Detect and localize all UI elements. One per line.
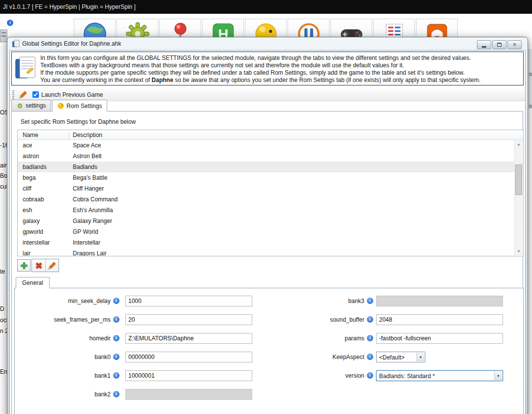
field-label: KeepAspect [280, 354, 364, 360]
maximize-icon [497, 43, 502, 47]
info-icon[interactable]: i [113, 316, 119, 323]
rom-settings-pane: Set specific Rom Settings for Daphne bel… [11, 111, 523, 414]
params-input[interactable] [376, 333, 503, 344]
plus-icon [20, 261, 29, 270]
info-icon[interactable]: i [113, 354, 119, 360]
row-action-buttons [31, 259, 59, 272]
window-controls: × [477, 40, 522, 49]
tab-settings[interactable]: settings [11, 100, 51, 111]
bank2-input[interactable] [125, 389, 252, 400]
tab-rom-settings-label: Rom Settings [66, 103, 102, 110]
field-label: bank2 [15, 391, 111, 398]
bg-text-fragment: En [0, 368, 7, 375]
table-row[interactable]: astronAstron Belt [18, 151, 523, 162]
dialog-title: Global Settings Editor for Daphne.ahk [22, 40, 121, 47]
table-row[interactable]: lairDragons Lair [18, 248, 523, 256]
background-titlebar: JI v1.0.1.7 [ FE = HyperSpin | Plugin = … [0, 0, 532, 14]
settings-tabs: settings Rom Settings [11, 100, 108, 111]
info-icon[interactable]: i [367, 372, 373, 379]
info-line-1: In this form you can configure all the G… [40, 55, 520, 62]
scroll-up-icon[interactable]: ▲ [515, 140, 523, 148]
info-line-3: If the module supports per game specific… [40, 69, 520, 77]
info-icon[interactable]: i [113, 298, 119, 304]
bg-text-fragment: te [0, 268, 5, 275]
field-label: seek_frames_per_ms [15, 316, 111, 323]
field-label: version [280, 372, 364, 379]
general-settings-pane: min_seek_delay i seek_frames_per_ms i ho… [14, 288, 524, 414]
table-row[interactable]: cliffCliff Hanger [18, 183, 523, 194]
rom-settings-heading: Set specific Rom Settings for Daphne bel… [21, 118, 136, 125]
min_seek_delay-input[interactable] [125, 296, 252, 306]
context-system-name: Daphne [151, 77, 173, 83]
info-text: In this form you can configure all the G… [40, 55, 520, 84]
bg-text-fragment: Bo [0, 172, 7, 179]
info-icon[interactable]: i [113, 372, 119, 379]
info-icon[interactable]: i [367, 354, 373, 360]
toolbar-gripper[interactable] [12, 90, 14, 99]
table-row[interactable]: aceSpace Ace [18, 140, 523, 151]
dialog-titlebar[interactable]: Global Settings Editor for Daphne.ahk × [7, 37, 528, 50]
tab-rom-settings[interactable]: Rom Settings [52, 100, 107, 111]
close-button[interactable]: × [507, 40, 522, 49]
info-panel: In this form you can configure all the G… [11, 52, 524, 85]
printer-icon [0, 29, 7, 42]
info-icon[interactable]: i [367, 316, 373, 323]
delete-x-icon [34, 261, 43, 270]
gear-icon [17, 103, 23, 109]
launch-previous-game-label: Launch Previous Game [41, 91, 103, 98]
rom-table: Name Description aceSpace Ace astronAstr… [17, 130, 524, 256]
table-row[interactable]: galaxyGalaxy Ranger [18, 216, 523, 226]
launch-previous-game-checkbox[interactable] [32, 91, 39, 98]
field-label: bank3 [280, 298, 364, 304]
table-row[interactable]: gpworldGP World [18, 226, 523, 237]
field-label: params [280, 335, 364, 342]
homedir-input[interactable] [125, 333, 252, 344]
dialog-icon [12, 40, 20, 48]
field-label: min_seek_delay [15, 298, 111, 304]
info-icon[interactable]: i [367, 298, 373, 304]
add-game-button[interactable] [17, 259, 30, 272]
field-label: bank1 [15, 372, 111, 379]
bank1-input[interactable] [125, 370, 252, 381]
table-row[interactable]: eshEsh's Arunmilla [18, 205, 523, 216]
chevron-down-icon: ▼ [416, 353, 424, 361]
pacman-icon [58, 103, 64, 109]
scroll-down-icon[interactable]: ▼ [515, 247, 523, 255]
remove-game-button[interactable] [32, 259, 45, 272]
bank3-input[interactable] [376, 296, 503, 306]
keepaspect-select[interactable]: <Default> ▼ [376, 352, 425, 362]
close-icon: × [513, 42, 516, 48]
background-scrollbar[interactable] [529, 49, 532, 109]
info-icon[interactable]: i [113, 335, 119, 341]
launch-game-button[interactable] [45, 259, 59, 272]
table-row[interactable]: interstellarInterstellar [18, 237, 523, 248]
ini-file-icon [15, 56, 36, 80]
sound_buffer-input[interactable] [376, 314, 503, 325]
background-title: JI v1.0.1.7 [ FE = HyperSpin | Plugin = … [3, 3, 136, 10]
tab-general[interactable]: General [16, 277, 50, 288]
info-icon[interactable]: i [113, 391, 119, 397]
dialog-body: In this form you can configure all the G… [9, 50, 526, 414]
info-line-4: You are currently working in the context… [40, 77, 520, 84]
info-icon[interactable]: i [367, 335, 373, 341]
column-header-name[interactable]: Name [23, 132, 38, 138]
maximize-button[interactable] [492, 40, 506, 49]
field-label: bank0 [15, 354, 111, 360]
table-row[interactable]: begaBega's Battle [18, 172, 523, 183]
seek_frames_per_ms-input[interactable] [125, 314, 252, 325]
tab-settings-label: settings [26, 102, 46, 109]
minimize-button[interactable] [477, 40, 491, 49]
bank0-input[interactable] [125, 352, 252, 362]
version-select[interactable]: Badlands: Standard * ▼ [376, 370, 503, 381]
dialog-global-settings-editor: Global Settings Editor for Daphne.ahk × … [7, 37, 528, 414]
scrollbar-thumb[interactable] [515, 165, 522, 195]
table-row[interactable]: cobraabCobra Command [18, 194, 523, 205]
bg-text-fragment: D [0, 305, 4, 312]
tab-general-label: General [22, 279, 43, 286]
column-header-description[interactable]: Description [73, 132, 102, 138]
table-scrollbar[interactable]: ▲ ▼ [514, 140, 523, 255]
field-label: homedir [15, 335, 111, 342]
minimize-icon [482, 46, 486, 48]
table-row-selected[interactable]: badlandsBadlands [18, 162, 523, 172]
info-line-2: TextBoxes with a gray background means t… [40, 62, 520, 69]
